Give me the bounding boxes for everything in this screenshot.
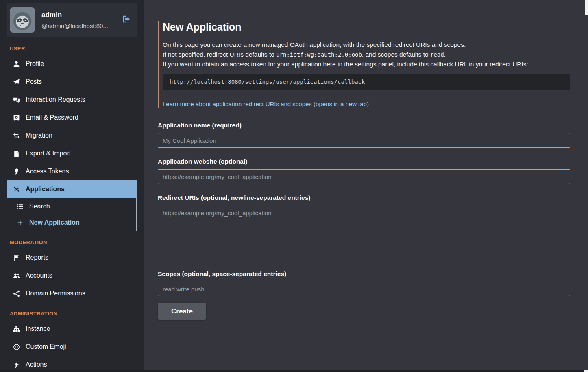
sidebar-item-profile[interactable]: Profile — [7, 55, 137, 73]
redirect-uris-textarea[interactable] — [158, 206, 570, 258]
sidebar-item-applications[interactable]: Applications — [7, 180, 137, 198]
sidebar-item-export-import[interactable]: Export & Import — [7, 144, 137, 162]
user-icon — [13, 61, 20, 68]
user-card[interactable]: admin @admin@localhost:80... — [7, 3, 137, 37]
sidebar-item-label: Email & Password — [26, 113, 78, 122]
sidebar-item-accounts[interactable]: Accounts — [7, 267, 137, 284]
sidebar-item-instance[interactable]: Instance — [7, 320, 137, 338]
scopes-input[interactable] — [158, 282, 570, 296]
vault-icon — [13, 114, 20, 121]
callback-url: http://localhost:8080/settings/user/appl… — [163, 74, 570, 90]
application-website-input[interactable] — [158, 169, 570, 184]
sidebar-item-label: Posts — [26, 77, 42, 86]
sidebar-item-custom-emoji[interactable]: Custom Emoji — [7, 338, 137, 356]
sidebar-item-label: Profile — [26, 59, 44, 68]
sitemap-icon — [13, 326, 20, 333]
redirect-uris-field-group: Redirect URIs (optional, newline-separat… — [158, 194, 570, 260]
file-export-icon — [13, 150, 20, 157]
sidebar-item-label: Custom Emoji — [26, 342, 66, 351]
sidebar-item-label: Domain Permissions — [26, 289, 85, 298]
inline-code-oob: urn:ietf:wg:oauth:2.0:oob — [276, 51, 362, 58]
main-panel: New Application On this page you can cre… — [144, 0, 588, 372]
plus-icon — [16, 219, 24, 226]
sidebar-item-reports[interactable]: Reports — [7, 249, 137, 267]
learn-more-link[interactable]: Learn more about application redirect UR… — [163, 101, 369, 107]
sidebar-item-label: Actions — [26, 360, 47, 369]
scopes-label: Scopes (optional, space-separated entrie… — [158, 270, 570, 278]
avatar — [10, 7, 35, 33]
share-nodes-icon — [13, 290, 20, 297]
sidebar-item-label: New Application — [29, 218, 80, 227]
section-header-administration: ADMINISTRATION — [10, 311, 137, 317]
sidebar-item-label: Applications — [26, 185, 65, 194]
redirect-uris-label: Redirect URIs (optional, newline-separat… — [158, 194, 570, 201]
users-icon — [13, 272, 20, 279]
application-name-input[interactable] — [158, 133, 570, 148]
applications-group: Applications Search New Application — [7, 180, 137, 231]
applications-subitems: Search New Application — [7, 198, 136, 231]
sidebar-item-domain-permissions[interactable]: Domain Permissions — [7, 284, 137, 302]
sidebar-item-posts[interactable]: Posts — [7, 73, 137, 91]
horizontal-scrollbar-thumb[interactable] — [584, 370, 588, 372]
sign-out-icon[interactable] — [122, 15, 131, 25]
sidebar-item-label: Accounts — [26, 271, 52, 280]
sidebar-item-label: Interaction Requests — [26, 95, 85, 104]
settings-app: admin @admin@localhost:80... USER Profil… — [0, 0, 588, 372]
sidebar-item-label: Reports — [26, 253, 48, 262]
flag-icon — [13, 254, 20, 261]
scopes-field-group: Scopes (optional, space-separated entrie… — [158, 270, 570, 296]
sidebar-item-label: Access Tokens — [26, 167, 69, 176]
intro-line-2: If not specified, redirect URIs defaults… — [163, 50, 570, 59]
sidebar-item-label: Search — [29, 202, 50, 211]
sidebar-item-new-application[interactable]: New Application — [7, 214, 136, 231]
sidebar-item-access-tokens[interactable]: Access Tokens — [7, 162, 137, 180]
application-name-label: Application name (required) — [158, 122, 570, 129]
application-website-field-group: Application website (optional) — [158, 158, 570, 184]
comments-icon — [13, 96, 20, 103]
intro-line-1: On this page you can create a new manage… — [163, 40, 570, 50]
smile-icon — [13, 344, 20, 350]
user-name: admin — [41, 11, 115, 19]
intro-block: New Application On this page you can cre… — [158, 21, 570, 108]
application-website-label: Application website (optional) — [158, 158, 570, 165]
sidebar-item-search[interactable]: Search — [7, 198, 136, 214]
application-name-field-group: Application name (required) — [158, 122, 570, 148]
new-application-form: Application name (required) Application … — [158, 122, 570, 320]
intro-line-3: If you want to obtain an access token fo… — [163, 59, 570, 69]
sidebar-item-label: Migration — [26, 131, 52, 140]
horizontal-scrollbar-track[interactable] — [0, 370, 588, 372]
create-button[interactable]: Create — [158, 303, 206, 320]
user-meta: admin @admin@localhost:80... — [41, 11, 115, 29]
section-header-moderation: MODERATION — [10, 239, 137, 245]
certificate-icon — [13, 168, 20, 175]
sidebar-item-label: Instance — [26, 324, 50, 333]
arrows-left-right-icon — [13, 132, 20, 139]
inline-code-read: read — [430, 51, 444, 58]
page-title: New Application — [163, 21, 570, 33]
sidebar-item-label: Export & Import — [26, 149, 71, 158]
tools-icon — [13, 186, 20, 193]
section-header-user: USER — [10, 46, 137, 52]
vertical-scrollbar-thumb[interactable] — [585, 0, 588, 15]
sidebar-item-interaction-requests[interactable]: Interaction Requests — [7, 91, 137, 109]
user-handle: @admin@localhost:80... — [41, 22, 115, 29]
bolt-icon — [13, 361, 20, 368]
list-icon — [16, 203, 24, 210]
sidebar-item-email-password[interactable]: Email & Password — [7, 109, 137, 127]
sidebar-item-migration[interactable]: Migration — [7, 127, 137, 144]
sidebar: admin @admin@localhost:80... USER Profil… — [0, 0, 144, 372]
paper-plane-icon — [13, 79, 20, 85]
